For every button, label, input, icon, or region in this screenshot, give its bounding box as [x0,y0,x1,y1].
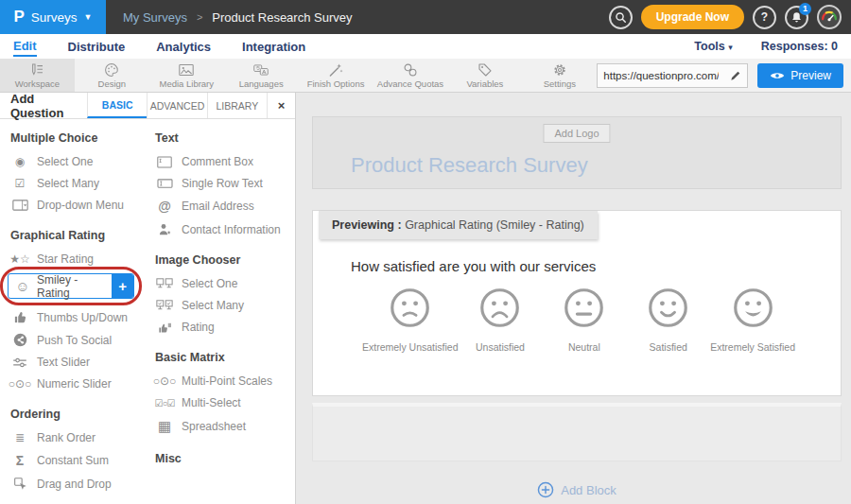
item-label: Push To Social [37,334,112,347]
account-avatar[interactable] [817,5,842,29]
toolbar-variables[interactable]: Variables [447,59,522,92]
empty-survey-block[interactable] [312,403,842,461]
toolbar-advance-quotas[interactable]: Advance Quotas [373,59,448,92]
item-label: Comment Box [182,155,253,168]
toolbar-design[interactable]: Design [75,59,149,92]
item-label: Single Row Text [182,177,263,190]
toolbar-languages[interactable]: Languages [224,59,299,92]
rating-label: Satisfied [650,341,687,353]
sidebar-item-text-slider[interactable]: Text Slider [8,353,145,372]
rating-option-satisfied[interactable]: Satisfied [626,287,710,353]
survey-title[interactable]: Product Research Survey [351,153,588,178]
tab-integration[interactable]: Integration [242,38,305,56]
preview-label: Preview [790,69,831,82]
previewing-value: Graphical Rating (Smiley - Rating) [405,218,584,232]
add-block-button[interactable]: Add Block [312,481,842,498]
item-label: Email Address [182,200,254,213]
sidebar-item-single-row-text[interactable]: Single Row Text [152,174,289,193]
notifications-button[interactable]: 1 [785,6,808,29]
tab-library[interactable]: LIBRARY [207,93,267,118]
thumbs-rating-icon [155,322,174,334]
smiley-rating-scale: Extremely Unsatisfied Unsatisfied Neutra… [313,274,841,353]
toolbar-finish-options[interactable]: Finish Options [299,59,373,92]
section-misc: Misc [152,452,289,465]
single-row-icon [155,179,174,188]
item-label: Multi-Point Scales [182,374,272,388]
edit-url-button[interactable] [724,70,747,81]
rating-label: Extremely Unsatisfied [362,341,459,353]
toolbar-media-library[interactable]: Media Library [149,59,224,92]
tab-analytics[interactable]: Analytics [156,38,211,56]
nav-right: Tools ▾ Responses: 0 [694,38,838,55]
breadcrumb-my-surveys[interactable]: My Surveys [123,10,187,25]
sidebar-item-select-one[interactable]: ◉ Select One [8,152,145,171]
chevron-down-icon: ▼ [84,12,93,22]
smiley-very-sad-icon [389,287,431,329]
sidebar-item-select-many[interactable]: ☑ Select Many [8,174,145,193]
sidebar-item-numeric-slider[interactable]: ○⊙○ Numeric Slider [8,374,145,393]
sidebar-column-2: Text Comment Box Single Row Text [152,129,289,504]
section-heading: Basic Matrix [155,351,289,364]
tab-distribute[interactable]: Distribute [68,38,126,56]
rating-option-unsatisfied[interactable]: Unsatisfied [459,287,543,353]
sidebar-item-email-address[interactable]: @ Email Address [152,196,289,217]
sidebar-item-thumbs-up-down[interactable]: Thumbs Up/Down [8,307,145,327]
sidebar-item-rank-order[interactable]: ≣ Rank Order [8,428,145,447]
add-question-sidebar: Add Question BASIC ADVANCED LIBRARY × Mu… [0,93,296,504]
rating-label: Extremely Satisfied [710,341,795,353]
sidebar-item-drag-and-drop[interactable]: Drag and Drop [8,474,145,494]
item-label: Select One [182,277,237,290]
tab-edit[interactable]: Edit [13,37,37,57]
topbar-actions: Upgrade Now ? 1 [609,5,851,29]
rating-option-neutral[interactable]: Neutral [542,287,626,353]
rating-option-extremely-satisfied[interactable]: Extremely Satisfied [710,287,795,353]
smiley-icon: ☺ [13,278,32,294]
section-text: Text Comment Box Single Row Text [152,131,289,239]
sidebar-item-spreadsheet[interactable]: ▦ Spreadsheet [152,415,289,438]
item-label: Rank Order [37,431,96,444]
responses-count[interactable]: Responses: 0 [761,38,838,55]
upgrade-now-button[interactable]: Upgrade Now [641,5,744,29]
tool-label: Workspace [15,78,60,89]
sidebar-item-smiley-rating-highlighted: ☺ Smiley - Rating + [8,273,134,299]
sidebar-item-comment-box[interactable]: Comment Box [152,152,289,171]
section-ordering: Ordering ≣ Rank Order Σ Constant Sum [8,408,145,494]
close-sidebar-button[interactable]: × [267,93,295,118]
product-switcher[interactable]: P Surveys ▼ [0,0,106,34]
help-button[interactable]: ? [753,6,776,29]
edit-toolbar: Workspace Design Media Library Languages… [0,59,851,93]
sidebar-column-1: Multiple Choice ◉ Select One ☑ Select Ma… [8,129,145,504]
tab-basic[interactable]: BASIC [87,93,147,118]
pencil-icon [730,70,741,81]
breadcrumb-current-survey: Product Research Survey [212,10,352,25]
toolbar-settings[interactable]: Settings [522,59,597,92]
toolbar-workspace[interactable]: Workspace [0,59,75,92]
sidebar-item-contact-information[interactable]: Contact Information [152,219,289,239]
tab-advanced[interactable]: ADVANCED [147,93,206,118]
breadcrumb-separator: > [197,11,202,23]
add-logo-button[interactable]: Add Logo [543,124,610,143]
tools-menu[interactable]: Tools ▾ [694,38,732,55]
add-block-label: Add Block [561,483,617,497]
topbar: P Surveys ▼ My Surveys > Product Researc… [0,0,851,34]
sidebar-item-multi-select[interactable]: ☑○☑ Multi-Select [152,393,289,412]
preview-button[interactable]: Preview [757,63,843,88]
breadcrumb: My Surveys > Product Research Survey [123,10,352,25]
add-smiley-question-button[interactable]: + [112,274,133,298]
sidebar-item-constant-sum[interactable]: Σ Constant Sum [8,450,145,471]
sidebar-item-image-select-many[interactable]: Select Many [152,296,289,315]
survey-url-input[interactable] [598,70,724,81]
sidebar-item-image-select-one[interactable]: Select One [152,274,289,293]
sidebar-item-star-rating[interactable]: ★☆ Star Rating [8,250,145,269]
sidebar-item-smiley-rating[interactable]: ☺ Smiley - Rating + [8,273,134,299]
search-button[interactable] [609,6,633,29]
item-label: Thumbs Up/Down [37,311,128,324]
sidebar-item-multi-point-scales[interactable]: ○⊙○ Multi-Point Scales [152,372,289,391]
survey-header-block[interactable]: Add Logo Product Research Survey [312,116,842,189]
sidebar-item-dropdown-menu[interactable]: Drop-down Menu [8,196,145,215]
sidebar-item-push-to-social[interactable]: Push To Social [8,330,145,350]
rating-option-extremely-unsatisfied[interactable]: Extremely Unsatisfied [362,287,459,353]
sidebar-item-image-rating[interactable]: Rating [152,318,289,337]
item-label: Select Many [37,177,99,190]
section-multiple-choice: Multiple Choice ◉ Select One ☑ Select Ma… [8,131,145,215]
